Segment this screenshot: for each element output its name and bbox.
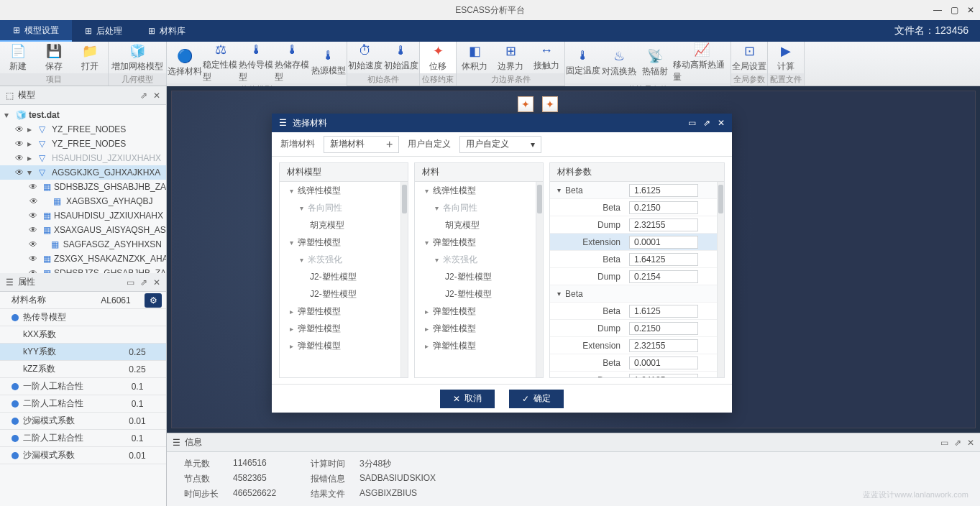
param-row[interactable]: Extension (550, 337, 717, 354)
prop-row[interactable]: kYY系数0.25 (0, 344, 166, 361)
restore-icon[interactable]: ▭ (127, 277, 134, 288)
param-input[interactable] (629, 374, 698, 378)
ribbon-初始速度[interactable]: ⏱初始速度 (347, 42, 383, 73)
ribbon-固定温度[interactable]: 🌡固定温度 (565, 42, 601, 83)
tree-item[interactable]: 👁▦HSAUHDISU_JZXIUXHAHX (0, 208, 166, 223)
list-item[interactable]: J2-塑性模型 (280, 285, 400, 303)
param-group[interactable]: ▾Beta (550, 182, 717, 199)
prop-group[interactable]: 一阶人工粘合性0.1 (0, 378, 166, 395)
list-item[interactable]: ▸弹塑性模型 (280, 303, 400, 320)
prop-row[interactable]: kXX系数 (0, 326, 166, 344)
ribbon-选择材料[interactable]: 🔵选择材料 (167, 42, 203, 83)
ribbon-增加网格模型[interactable]: 🧊增加网格模型 (109, 42, 166, 73)
scrollbar[interactable] (717, 182, 724, 377)
list-item[interactable]: ▾各向同性 (415, 199, 536, 216)
axis-icon[interactable]: ✦ (542, 96, 558, 112)
tab-后处理[interactable]: ⊞后处理 (72, 20, 135, 42)
restore-icon[interactable]: ▭ (688, 118, 696, 128)
param-input[interactable] (629, 236, 698, 249)
ribbon-初始温度[interactable]: 🌡初始温度 (383, 42, 419, 73)
ok-button[interactable]: ✓确定 (509, 390, 564, 408)
tree-item[interactable]: 👁▦SAGFASGZ_ASYHHXSN (0, 237, 166, 252)
ribbon-保存[interactable]: 💾保存 (36, 42, 72, 73)
param-row[interactable]: Extension (550, 234, 717, 251)
close-panel-icon[interactable]: ✕ (153, 277, 160, 288)
list-item[interactable]: ▾线弹性模型 (280, 182, 400, 199)
minimize-icon[interactable]: — (933, 5, 942, 15)
prop-group[interactable]: 沙漏模式系数0.01 (0, 413, 166, 430)
restore-icon[interactable]: ▭ (940, 438, 948, 448)
user-defined-combo[interactable]: 用户自定义 ▾ (459, 136, 541, 153)
maximize-icon[interactable]: ▢ (951, 5, 958, 15)
list-item[interactable]: ▾弹塑性模型 (415, 234, 536, 251)
ribbon-热辐射[interactable]: 📡热辐射 (637, 42, 673, 83)
param-row[interactable]: Beta (550, 251, 717, 268)
tree-item[interactable]: 👁▦XSAXGAUS_AISYAQSH_ASHX (0, 223, 166, 237)
param-row[interactable]: Dump (550, 320, 717, 337)
col-material-model-body[interactable]: ▾线弹性模型▾各向同性胡克模型▾弹塑性模型▾米茨强化J2-塑性模型J2-塑性模型… (280, 182, 400, 377)
pin-icon[interactable]: ⇗ (140, 277, 147, 288)
param-group[interactable]: ▾Beta (550, 285, 717, 303)
param-input[interactable] (629, 201, 698, 214)
ribbon-位移[interactable]: ✦位移 (420, 42, 456, 73)
list-item[interactable]: ▸弹塑性模型 (415, 320, 536, 337)
tab-材料库[interactable]: ⊞材料库 (135, 20, 198, 42)
list-item[interactable]: 胡克模型 (280, 216, 400, 234)
list-item[interactable]: ▾米茨强化 (415, 251, 536, 268)
tree-item[interactable]: 👁▾▽AGSGKJKG_GJHXAJKHXA (0, 165, 166, 180)
list-item[interactable]: ▸弹塑性模型 (280, 337, 400, 354)
add-material-combo[interactable]: 新增材料 + (324, 136, 399, 153)
list-item[interactable]: J2-塑性模型 (415, 268, 536, 285)
param-input[interactable] (629, 270, 698, 283)
list-item[interactable]: ▾米茨强化 (280, 251, 400, 268)
param-row[interactable]: Dump (550, 372, 717, 377)
ribbon-热储存模型[interactable]: 🌡热储存模型 (275, 42, 311, 83)
ribbon-全局设置[interactable]: ⊡全局设置 (731, 42, 767, 73)
list-item[interactable]: ▾各向同性 (280, 199, 400, 216)
param-row[interactable]: Dump (550, 216, 717, 234)
tab-模型设置[interactable]: ⊞模型设置 (0, 20, 72, 42)
pin-icon[interactable]: ⇗ (703, 118, 710, 128)
ribbon-打开[interactable]: 📁打开 (72, 42, 108, 73)
ribbon-移动高斯热通量[interactable]: 📈移动高斯热通量 (673, 42, 731, 83)
param-row[interactable]: Dump (550, 268, 717, 285)
col-material-body[interactable]: ▾线弹性模型▾各向同性胡克模型▾弹塑性模型▾米茨强化J2-塑性模型J2-塑性模型… (415, 182, 536, 377)
list-item[interactable]: 胡克模型 (415, 216, 536, 234)
param-input[interactable] (629, 305, 698, 318)
plus-icon[interactable]: + (386, 138, 393, 151)
cancel-button[interactable]: ✕取消 (440, 390, 495, 408)
ribbon-对流换热[interactable]: ♨对流换热 (601, 42, 637, 83)
param-input[interactable] (629, 322, 698, 335)
param-input[interactable] (629, 218, 698, 231)
ribbon-热传导模型[interactable]: 🌡热传导模型 (239, 42, 275, 83)
tree-item[interactable]: 👁▦XAGBSXG_AYHAQBJ (0, 194, 166, 208)
ribbon-新建[interactable]: 📄新建 (0, 42, 36, 73)
param-input[interactable] (629, 253, 698, 266)
axis-icon[interactable]: ✦ (518, 96, 533, 112)
scrollbar[interactable] (400, 182, 408, 377)
pin-icon[interactable]: ⇗ (140, 91, 147, 101)
ribbon-热源模型[interactable]: 🌡热源模型 (311, 42, 347, 83)
close-panel-icon[interactable]: ✕ (153, 91, 160, 101)
param-row[interactable]: Beta (550, 303, 717, 320)
ribbon-体积力[interactable]: ◧体积力 (457, 42, 493, 73)
ribbon-边界力[interactable]: ⊞边界力 (493, 42, 528, 73)
col-params-body[interactable]: ▾BetaBetaDumpExtensionBetaDump▾BetaBetaD… (550, 182, 717, 377)
ribbon-计算[interactable]: ▶计算 (768, 42, 804, 73)
close-panel-icon[interactable]: ✕ (967, 438, 974, 448)
close-dialog-icon[interactable]: ✕ (718, 118, 725, 128)
list-item[interactable]: ▸弹塑性模型 (415, 303, 536, 320)
list-item[interactable]: ▾弹塑性模型 (280, 234, 400, 251)
tree-item[interactable]: 👁▸▽YZ_FREE_NODES (0, 137, 166, 151)
param-row[interactable]: Beta (550, 199, 717, 216)
prop-row[interactable]: kZZ系数0.25 (0, 361, 166, 378)
close-icon[interactable]: ✕ (967, 5, 974, 15)
gear-icon[interactable]: ⚙ (145, 293, 162, 308)
ribbon-接触力[interactable]: ↔接触力 (528, 42, 564, 73)
tree-item[interactable]: 👁▦SDHSBJZS_GHSABJHB_ZAHU (0, 180, 166, 194)
list-item[interactable]: ▾线弹性模型 (415, 182, 536, 199)
pin-icon[interactable]: ⇗ (954, 438, 961, 448)
tree-item[interactable]: 👁▦SDHSBJZS_GHSABJHB_ZAHU (0, 266, 166, 273)
param-input[interactable] (629, 356, 698, 369)
prop-group[interactable]: 二阶人工粘合性0.1 (0, 430, 166, 447)
